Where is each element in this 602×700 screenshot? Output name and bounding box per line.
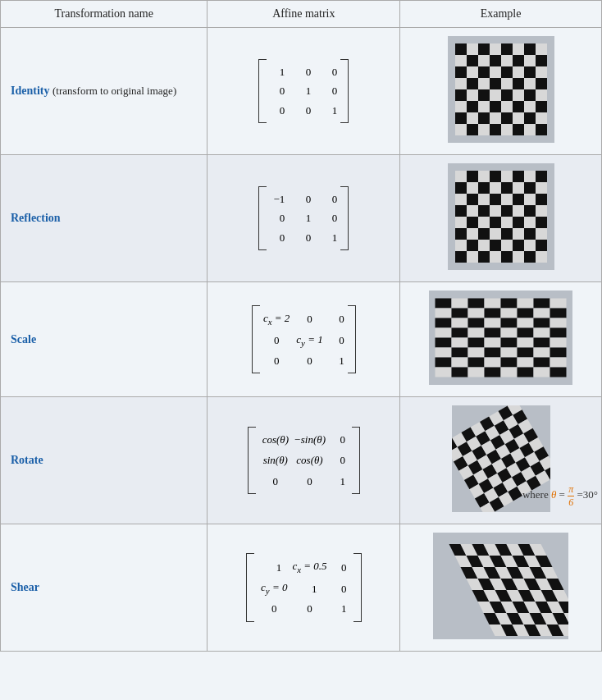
table-row: Shear 1cx = 0.50 cy = 010 001 (1, 524, 602, 652)
example-scale (429, 291, 572, 385)
transform-name-rotate: Rotate (11, 454, 43, 466)
matrix-shear: 1cx = 0.50 cy = 010 001 (243, 553, 365, 622)
example-reflection (448, 163, 554, 270)
example-identity (448, 36, 554, 143)
transform-name-scale: Scale (11, 333, 36, 345)
table-row: Reflection −100 010 001 (1, 155, 602, 282)
transform-name-reflection: Reflection (11, 212, 61, 224)
matrix-reflection: −100 010 001 (255, 186, 352, 250)
col-header-example: Example (400, 1, 602, 28)
matrix-scale: cx = 200 0cy = 10 001 (249, 305, 359, 374)
col-header-name: Transformation name (1, 1, 208, 28)
transform-name-shear: Shear (11, 581, 39, 593)
table-row: Identity (transform to original image) 1… (1, 28, 602, 155)
matrix-rotate: cos(θ)−sin(θ)0 sin(θ)cos(θ)0 001 (244, 427, 363, 494)
transform-name-identity: Identity (11, 85, 49, 97)
rotate-note: where θ = π 6 =30° (522, 483, 598, 509)
matrix-identity: 100 010 001 (255, 59, 352, 123)
transform-desc-identity: (transform to original image) (52, 85, 176, 97)
table-row: Scale cx = 200 0cy = 10 001 (1, 282, 602, 397)
example-shear (433, 533, 568, 639)
table-row: Rotate cos(θ)−sin(θ)0 sin(θ)cos(θ)0 001 … (1, 397, 602, 524)
col-header-matrix: Affine matrix (208, 1, 400, 28)
